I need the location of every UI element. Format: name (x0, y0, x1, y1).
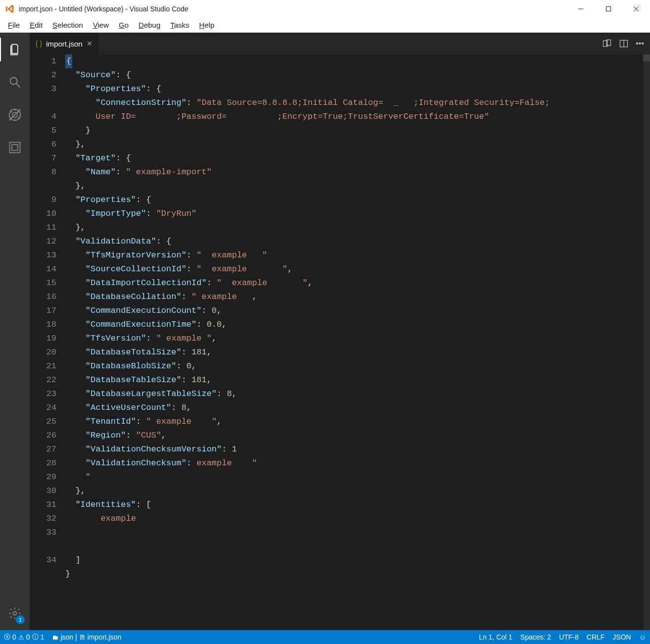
status-breadcrumb[interactable]: 🖿 json | 🖹 import.json (48, 630, 125, 644)
more-actions-icon[interactable]: ••• (636, 39, 644, 48)
info-icon: ⓘ (32, 633, 39, 642)
close-button[interactable] (622, 0, 650, 18)
activity-explorer[interactable] (0, 38, 30, 61)
menu-go[interactable]: Go (114, 19, 134, 31)
menu-selection[interactable]: Selection (47, 19, 88, 31)
svg-rect-0 (606, 7, 611, 11)
code-editor[interactable]: 1234567891011121314151617181920212223242… (30, 54, 650, 630)
menu-debug[interactable]: Debug (134, 19, 165, 31)
status-bar: ⓧ0 ⚠0 ⓘ1 🖿 json | 🖹 import.json Ln 1, Co… (0, 630, 650, 644)
vscode-app-icon (5, 4, 15, 14)
menu-view[interactable]: View (88, 19, 114, 31)
minimize-button[interactable] (567, 0, 595, 18)
menu-tasks[interactable]: Tasks (165, 19, 194, 31)
file-icon: 🖹 (79, 634, 86, 641)
status-encoding[interactable]: UTF-8 (555, 630, 583, 644)
window-controls (567, 0, 650, 18)
window-titlebar: import.json - Untitled (Workspace) - Vis… (0, 0, 650, 18)
editor-actions: ••• (596, 33, 650, 54)
warning-icon: ⚠ (18, 634, 24, 641)
activity-settings[interactable]: 1 (0, 601, 30, 625)
status-feedback-icon[interactable]: ☺ (635, 630, 650, 644)
tab-bar: { } import.json ✕ ••• (30, 33, 650, 54)
status-indent[interactable]: Spaces: 2 (516, 630, 555, 644)
compare-changes-icon[interactable] (602, 39, 612, 49)
activity-extensions[interactable] (0, 136, 30, 159)
status-language[interactable]: JSON (608, 630, 635, 644)
window-title: import.json - Untitled (Workspace) - Vis… (19, 5, 567, 13)
folder-icon: 🖿 (52, 634, 58, 641)
line-number-gutter: 1234567891011121314151617181920212223242… (30, 54, 65, 630)
svg-rect-5 (10, 143, 20, 153)
svg-rect-6 (12, 145, 18, 150)
editor-area: { } import.json ✕ ••• 123456789101112131… (30, 33, 650, 630)
tab-filename: import.json (46, 40, 82, 48)
status-problems[interactable]: ⓧ0 ⚠0 ⓘ1 (0, 630, 48, 644)
split-editor-icon[interactable] (619, 39, 629, 49)
maximize-button[interactable] (595, 0, 622, 18)
menu-help[interactable]: Help (194, 19, 220, 31)
menu-edit[interactable]: Edit (25, 19, 47, 31)
svg-point-1 (10, 78, 17, 85)
svg-point-7 (13, 612, 17, 615)
menu-file[interactable]: File (3, 19, 25, 31)
tab-close-icon[interactable]: ✕ (87, 40, 93, 48)
status-cursor-pos[interactable]: Ln 1, Col 1 (475, 630, 516, 644)
error-icon: ⓧ (4, 633, 10, 642)
activity-search[interactable] (0, 70, 30, 94)
tab-import-json[interactable]: { } import.json ✕ (30, 33, 99, 54)
code-content[interactable]: { "Source": { "Properties": { "Connectio… (65, 54, 650, 630)
activity-bar: 1 (0, 33, 30, 630)
settings-badge: 1 (16, 615, 25, 624)
minimap-scrollbar[interactable] (643, 54, 650, 630)
json-file-icon: { } (36, 40, 42, 48)
menubar: File Edit Selection View Go Debug Tasks … (0, 18, 650, 33)
status-eol[interactable]: CRLF (583, 630, 609, 644)
activity-debug[interactable] (0, 103, 30, 127)
main-area: 1 { } import.json ✕ ••• 12345678910111 (0, 33, 650, 630)
